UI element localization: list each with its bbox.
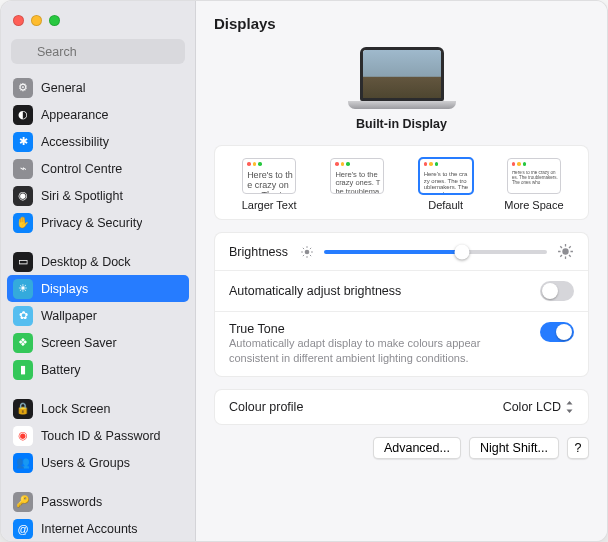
svg-line-8 <box>310 247 311 248</box>
sidebar-item-internet-accounts[interactable]: @Internet Accounts <box>7 515 189 541</box>
minimize-icon[interactable] <box>31 15 42 26</box>
scale-thumb: Here's to the crazy ones. The troublemak… <box>330 158 384 194</box>
close-icon[interactable] <box>13 15 24 26</box>
brightness-slider[interactable] <box>324 250 547 254</box>
lock-screen-icon: 🔒 <box>13 399 33 419</box>
sidebar: ⚙︎General◐Appearance✱Accessibility⌁Contr… <box>1 1 196 541</box>
auto-brightness-toggle[interactable] <box>540 281 574 301</box>
sidebar-item-label: Screen Saver <box>41 336 117 350</box>
svg-point-9 <box>562 248 568 254</box>
sidebar-nav[interactable]: ⚙︎General◐Appearance✱Accessibility⌁Contr… <box>1 72 195 541</box>
chevron-up-down-icon <box>565 401 574 413</box>
traffic-lights <box>13 15 60 26</box>
scaling-panel: Here's to the crazy ones. The troublemak… <box>214 145 589 220</box>
users-groups-icon: 👥 <box>13 453 33 473</box>
privacy-security-icon: ✋ <box>13 213 33 233</box>
advanced-button[interactable]: Advanced... <box>373 437 461 459</box>
sidebar-item-label: Passwords <box>41 495 102 509</box>
scale-thumb: Here's to the crazy ones. The troublemak… <box>419 158 473 194</box>
control-centre-icon: ⌁ <box>13 159 33 179</box>
svg-line-5 <box>303 247 304 248</box>
scale-caption: Larger Text <box>242 199 297 211</box>
brightness-panel: Brightness Automatically adjust brightne… <box>214 232 589 377</box>
sidebar-item-label: Accessibility <box>41 135 109 149</box>
sidebar-item-accessibility[interactable]: ✱Accessibility <box>7 128 189 155</box>
footer-buttons: Advanced... Night Shift... ? <box>214 437 589 461</box>
sidebar-item-label: Touch ID & Password <box>41 429 161 443</box>
sidebar-item-control-centre[interactable]: ⌁Control Centre <box>7 155 189 182</box>
system-settings-window: ⚙︎General◐Appearance✱Accessibility⌁Contr… <box>0 0 608 542</box>
internet-accounts-icon: @ <box>13 519 33 539</box>
sidebar-item-passwords[interactable]: 🔑Passwords <box>7 488 189 515</box>
svg-line-6 <box>310 254 311 255</box>
sidebar-item-label: Users & Groups <box>41 456 130 470</box>
true-tone-label: True Tone <box>229 322 528 336</box>
sidebar-item-label: Desktop & Dock <box>41 255 131 269</box>
titlebar <box>1 1 195 39</box>
appearance-icon: ◐ <box>13 105 33 125</box>
scale-option-0[interactable]: Here's to the crazy ones. The troublemak… <box>234 158 304 211</box>
main-pane: Displays Built-in Display Here's to the … <box>196 1 607 541</box>
sidebar-item-screen-saver[interactable]: ❖Screen Saver <box>7 329 189 356</box>
sidebar-item-general[interactable]: ⚙︎General <box>7 74 189 101</box>
sidebar-item-label: Displays <box>41 282 88 296</box>
sun-large-icon <box>557 243 574 260</box>
laptop-icon <box>348 47 456 111</box>
general-icon: ⚙︎ <box>13 78 33 98</box>
wallpaper-icon: ✿ <box>13 306 33 326</box>
night-shift-button[interactable]: Night Shift... <box>469 437 559 459</box>
svg-line-15 <box>569 255 571 257</box>
sidebar-item-label: Internet Accounts <box>41 522 138 536</box>
sidebar-item-label: Siri & Spotlight <box>41 189 123 203</box>
colour-profile-label: Colour profile <box>229 400 491 414</box>
passwords-icon: 🔑 <box>13 492 33 512</box>
siri-spotlight-icon: ◉ <box>13 186 33 206</box>
sidebar-item-lock-screen[interactable]: 🔒Lock Screen <box>7 395 189 422</box>
help-button[interactable]: ? <box>567 437 589 459</box>
sidebar-item-siri-spotlight[interactable]: ◉Siri & Spotlight <box>7 182 189 209</box>
zoom-icon[interactable] <box>49 15 60 26</box>
sidebar-item-desktop-dock[interactable]: ▭Desktop & Dock <box>7 248 189 275</box>
display-hero: Built-in Display <box>214 45 589 145</box>
sidebar-item-battery[interactable]: ▮Battery <box>7 356 189 383</box>
scale-option-2[interactable]: Here's to the crazy ones. The troublemak… <box>411 158 481 211</box>
desktop-dock-icon: ▭ <box>13 252 33 272</box>
svg-line-14 <box>560 246 562 248</box>
scale-option-3[interactable]: Here's to the crazy ones. The troublemak… <box>499 158 569 211</box>
sidebar-item-label: Control Centre <box>41 162 122 176</box>
accessibility-icon: ✱ <box>13 132 33 152</box>
sidebar-item-label: Lock Screen <box>41 402 110 416</box>
sidebar-item-touch-id[interactable]: ◉Touch ID & Password <box>7 422 189 449</box>
scale-caption: Default <box>428 199 463 211</box>
scale-option-1[interactable]: Here's to the crazy ones. The troublemak… <box>322 158 392 211</box>
search-input[interactable] <box>11 39 185 64</box>
sidebar-item-label: Appearance <box>41 108 108 122</box>
touch-id-icon: ◉ <box>13 426 33 446</box>
colour-profile-value: Color LCD <box>503 400 561 414</box>
scaling-options: Here's to the crazy ones. The troublemak… <box>215 146 588 219</box>
sidebar-item-label: General <box>41 81 85 95</box>
svg-line-16 <box>560 255 562 257</box>
scale-caption: More Space <box>504 199 563 211</box>
sidebar-item-privacy-security[interactable]: ✋Privacy & Security <box>7 209 189 236</box>
scale-thumb: Here's to the crazy ones. The troublemak… <box>507 158 561 194</box>
svg-point-0 <box>305 249 310 254</box>
svg-line-17 <box>569 246 571 248</box>
colour-profile-select[interactable]: Color LCD <box>503 400 574 414</box>
sidebar-item-label: Battery <box>41 363 81 377</box>
screen-saver-icon: ❖ <box>13 333 33 353</box>
brightness-label: Brightness <box>229 245 288 259</box>
sidebar-item-appearance[interactable]: ◐Appearance <box>7 101 189 128</box>
true-tone-desc: Automatically adapt display to make colo… <box>229 336 528 366</box>
page-title: Displays <box>196 1 607 45</box>
auto-brightness-label: Automatically adjust brightness <box>229 284 528 298</box>
svg-line-7 <box>303 254 304 255</box>
sidebar-item-displays[interactable]: ☀︎Displays <box>7 275 189 302</box>
sidebar-item-wallpaper[interactable]: ✿Wallpaper <box>7 302 189 329</box>
true-tone-toggle[interactable] <box>540 322 574 342</box>
profile-panel: Colour profile Color LCD <box>214 389 589 425</box>
sidebar-item-label: Wallpaper <box>41 309 97 323</box>
display-name: Built-in Display <box>356 117 447 131</box>
scale-thumb: Here's to the crazy ones. The troublemak… <box>242 158 296 194</box>
sidebar-item-users-groups[interactable]: 👥Users & Groups <box>7 449 189 476</box>
